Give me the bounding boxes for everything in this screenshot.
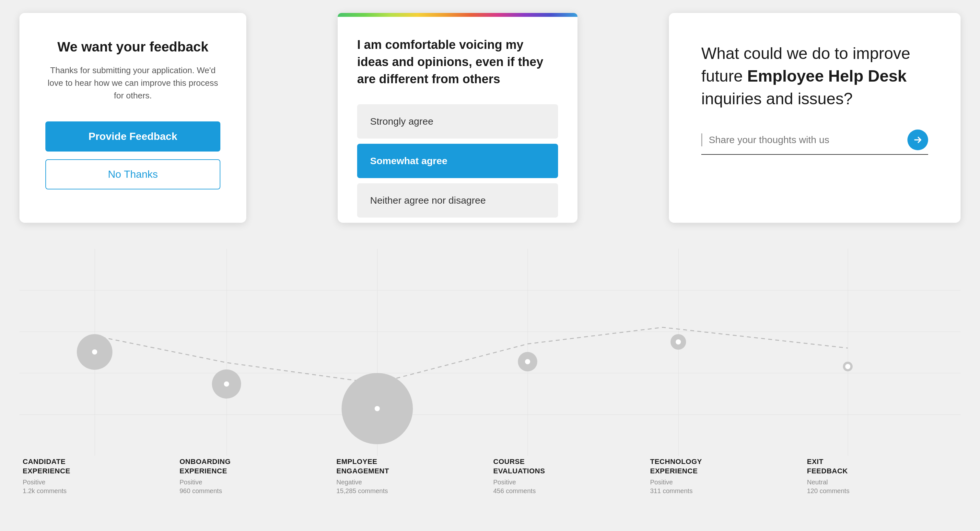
bubble-dot-4 <box>676 339 681 344</box>
rainbow-bar <box>338 13 578 17</box>
category-comments-3: 456 comments <box>493 487 644 495</box>
cards-row: We want your feedback Thanks for submitt… <box>0 0 980 223</box>
bubble-dot-2 <box>375 406 380 411</box>
category-sentiment-4: Positive <box>650 479 800 486</box>
categories-row: Candidate ExperiencePositive1.2k comment… <box>0 457 980 495</box>
category-comments-4: 311 comments <box>650 487 800 495</box>
category-name-3: Course Evaluations <box>493 457 644 476</box>
send-button[interactable] <box>907 130 928 150</box>
bubble-dot-5 <box>845 364 850 369</box>
feedback-prompt-description: Thanks for submitting your application. … <box>45 64 220 102</box>
question-bold: Employee Help Desk <box>747 67 907 85</box>
category-name-2: Employee Engagement <box>336 457 487 476</box>
category-item-5: Exit FeedbackNeutral120 comments <box>804 457 961 495</box>
text-input-card: What could we do to improve future Emplo… <box>669 13 961 223</box>
question-end: inquiries and issues? <box>701 90 853 108</box>
open-question: What could we do to improve future Emplo… <box>701 42 928 110</box>
category-item-2: Employee EngagementNegative15,285 commen… <box>333 457 490 495</box>
no-thanks-button[interactable]: No Thanks <box>45 159 220 189</box>
survey-card: I am comfortable voicing my ideas and op… <box>338 13 578 223</box>
category-sentiment-2: Negative <box>336 479 487 486</box>
bubble-0 <box>77 334 113 370</box>
category-item-3: Course EvaluationsPositive456 comments <box>490 457 647 495</box>
bubble-1 <box>212 369 241 399</box>
survey-option-0[interactable]: Strongly agree <box>357 104 558 139</box>
category-item-1: Onboarding ExperiencePositive960 comment… <box>176 457 333 495</box>
feedback-prompt-title: We want your feedback <box>45 39 220 55</box>
category-sentiment-0: Positive <box>23 479 173 486</box>
cursor-bar <box>701 133 702 146</box>
category-name-0: Candidate Experience <box>23 457 173 476</box>
survey-options: Strongly agreeSomewhat agreeNeither agre… <box>357 104 558 217</box>
category-name-4: Technology Experience <box>650 457 800 476</box>
bubble-dot-3 <box>525 359 530 364</box>
category-comments-0: 1.2k comments <box>23 487 173 495</box>
category-sentiment-1: Positive <box>180 479 330 486</box>
arrow-right-icon <box>913 135 923 145</box>
category-item-0: Candidate ExperiencePositive1.2k comment… <box>19 457 176 495</box>
survey-option-2[interactable]: Neither agree nor disagree <box>357 183 558 217</box>
bubble-3 <box>518 352 537 371</box>
category-sentiment-5: Neutral <box>807 479 957 486</box>
category-name-1: Onboarding Experience <box>180 457 330 476</box>
survey-option-1[interactable]: Somewhat agree <box>357 144 558 178</box>
bubble-dot-0 <box>92 349 97 355</box>
text-input-row <box>701 130 928 155</box>
bubble-5 <box>843 361 853 371</box>
category-comments-2: 15,285 comments <box>336 487 487 495</box>
thoughts-input[interactable] <box>709 135 901 145</box>
category-comments-1: 960 comments <box>180 487 330 495</box>
survey-question: I am comfortable voicing my ideas and op… <box>357 36 558 88</box>
provide-feedback-button[interactable]: Provide Feedback <box>45 121 220 152</box>
category-item-4: Technology ExperiencePositive311 comment… <box>647 457 804 495</box>
bubble-dot-1 <box>224 381 229 387</box>
category-name-5: Exit Feedback <box>807 457 957 476</box>
category-sentiment-3: Positive <box>493 479 644 486</box>
feedback-prompt-card: We want your feedback Thanks for submitt… <box>19 13 246 223</box>
bubble-2 <box>342 373 413 444</box>
bubble-4 <box>670 334 686 350</box>
category-comments-5: 120 comments <box>807 487 957 495</box>
chart-area: Candidate ExperiencePositive1.2k comment… <box>0 249 980 495</box>
